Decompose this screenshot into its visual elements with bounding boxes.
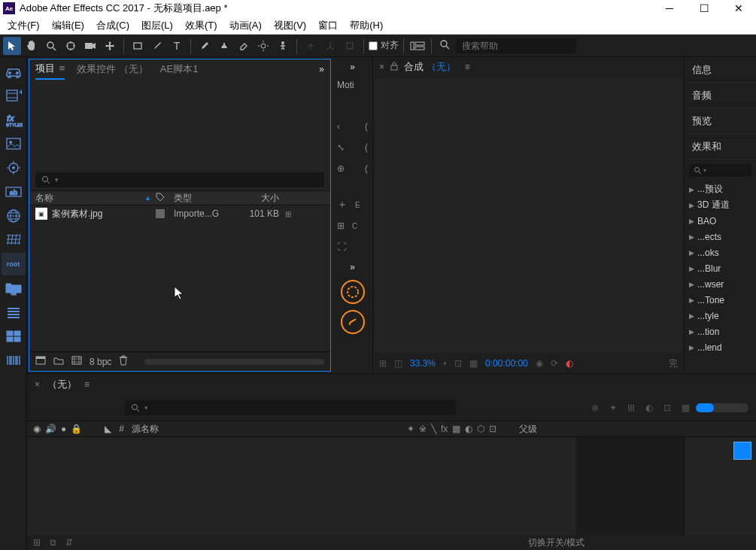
switch-icon-2[interactable]: ※ [419, 424, 427, 434]
rectangle-tool[interactable] [129, 37, 147, 55]
tab-project[interactable]: 项目 ≡ [35, 59, 65, 80]
solo-column-icon[interactable]: ● [61, 424, 66, 434]
eraser-tool[interactable] [235, 37, 253, 55]
parent-column[interactable]: 父级 [519, 423, 537, 436]
tl-btn-5[interactable]: ⊡ [663, 403, 671, 413]
tab-effect-controls[interactable]: 效果控件 （无） [77, 59, 148, 79]
switch-icon-5[interactable]: ▦ [452, 424, 460, 434]
label-column-icon[interactable]: ◣ [105, 424, 111, 434]
timeline-layer-area[interactable] [27, 437, 576, 535]
picture-icon[interactable] [2, 132, 26, 155]
timeline-tile-icon[interactable] [733, 442, 751, 460]
comp-viewer[interactable] [375, 78, 682, 352]
effect-category[interactable]: ▶...Tone [685, 292, 756, 308]
menu-file[interactable]: 文件(F) [2, 17, 46, 35]
help-search-input[interactable] [456, 38, 576, 53]
menu-window[interactable]: 窗口 [312, 17, 344, 35]
color-wheel-icon[interactable] [341, 280, 365, 304]
tl-footer-icon3[interactable]: ⇵ [65, 537, 73, 548]
maximize-button[interactable]: ☐ [687, 0, 721, 17]
workspace-switcher-icon[interactable] [408, 37, 427, 55]
speaker-column-icon[interactable]: 🔊 [45, 424, 56, 434]
label-color-box[interactable] [156, 209, 165, 218]
globe-icon[interactable] [2, 205, 26, 227]
pen-tool[interactable] [148, 37, 166, 55]
switch-icon-7[interactable]: ⬡ [477, 424, 484, 434]
fx-styles-icon[interactable]: fxSTYLES [2, 108, 26, 131]
col-size[interactable]: 大小 [234, 192, 279, 205]
new-folder-icon[interactable] [53, 356, 64, 367]
view-axis-icon[interactable] [341, 37, 359, 55]
tl-footer-icon1[interactable]: ⊞ [33, 537, 41, 548]
menu-help[interactable]: 帮助(H) [344, 17, 389, 35]
comp-close-icon[interactable]: × [379, 62, 384, 72]
lock-icon[interactable] [390, 62, 398, 73]
puppet-tool[interactable] [274, 37, 292, 55]
switch-mode-button[interactable]: 切换开关/模式 [528, 536, 584, 549]
tl-btn-3[interactable]: ⊞ [627, 403, 635, 413]
flowchart-icon[interactable]: ⊞ [285, 210, 291, 218]
timeline-search[interactable]: ▾ [125, 400, 456, 415]
brush-tool[interactable] [196, 37, 214, 55]
lines-icon[interactable] [2, 301, 26, 324]
comp-footer-icon2[interactable]: ◫ [394, 358, 402, 369]
current-time[interactable]: 0:00:00:00 [485, 358, 528, 369]
menu-composition[interactable]: 合成(C) [90, 17, 135, 35]
snap-toggle[interactable]: 对齐 [369, 39, 399, 52]
car-preset-icon[interactable] [2, 60, 26, 83]
roto-brush-tool[interactable] [254, 37, 272, 55]
align-checkbox[interactable] [369, 41, 378, 50]
effect-category[interactable]: ▶...预设 [685, 181, 756, 197]
switch-icon-6[interactable]: ◐ [465, 424, 472, 434]
project-column-headers[interactable]: 名称▲ 类型 大小 [29, 190, 330, 205]
channel-icon[interactable]: ▦ [469, 358, 478, 369]
project-row[interactable]: ▣ 案例素材.jpg Importe...G 101 KB ⊞ [29, 205, 330, 222]
effect-category[interactable]: ▶...wser [685, 276, 756, 292]
panel-preview[interactable]: 预览 [685, 108, 756, 134]
timeline-menu-icon[interactable]: ≡ [84, 379, 90, 390]
mid-row-2[interactable]: ⤡( [332, 137, 372, 158]
effect-category[interactable]: ▶...ects [685, 229, 756, 245]
folder-all-icon[interactable]: all [2, 277, 26, 299]
col-name[interactable]: 名称 [35, 192, 53, 205]
minimize-button[interactable]: ─ [652, 0, 687, 17]
tabs-overflow-icon[interactable]: » [319, 64, 324, 74]
mid-row-1[interactable]: ‹( [332, 116, 372, 137]
source-name-column[interactable]: 源名称 [132, 423, 159, 436]
world-axis-icon[interactable] [321, 37, 339, 55]
pan-behind-tool[interactable] [101, 37, 119, 55]
panel-audio[interactable]: 音频 [685, 83, 756, 108]
motion-label[interactable]: Moti [332, 77, 372, 93]
camera-tool[interactable] [81, 37, 99, 55]
mid-overflow-icon[interactable]: » [332, 57, 372, 77]
switch-icon-3[interactable]: ╲ [431, 424, 436, 434]
tl-footer-icon2[interactable]: ⧉ [50, 537, 56, 548]
tl-btn-1[interactable]: ⊕ [591, 403, 599, 413]
eye-column-icon[interactable]: ◉ [33, 424, 41, 434]
col-type[interactable]: 类型 [174, 192, 234, 205]
mid-row-3[interactable]: ⊕( [332, 158, 372, 179]
expand-icon[interactable]: ⛶ [332, 236, 372, 257]
comp-footer-icon1[interactable]: ⊞ [379, 358, 387, 369]
selection-tool[interactable] [3, 37, 21, 55]
text-tool[interactable]: T [168, 37, 186, 55]
project-search[interactable]: ▾ [35, 172, 324, 187]
resolution-icon[interactable]: ⊡ [454, 358, 462, 369]
effect-category[interactable]: ▶3D 通道 [685, 197, 756, 213]
people-icon[interactable]: ⊞C [332, 215, 372, 236]
film-add-icon[interactable]: + [2, 84, 26, 107]
effect-category[interactable]: ▶...lend [685, 339, 756, 355]
new-comp-icon[interactable] [71, 356, 82, 367]
root-icon[interactable]: root [2, 253, 26, 275]
snapshot-icon[interactable]: ◉ [536, 358, 543, 369]
index-column[interactable]: # [119, 424, 124, 434]
region-icon[interactable]: ◐ [566, 358, 573, 369]
bpc-label[interactable]: 8 bpc [90, 357, 111, 367]
tab-ae-script[interactable]: AE脚本1 [160, 59, 199, 79]
clone-stamp-tool[interactable] [215, 37, 233, 55]
mid-overflow2-icon[interactable]: » [332, 257, 372, 277]
zoom-tool[interactable] [42, 37, 60, 55]
brush-round-icon[interactable] [341, 310, 365, 334]
panel-info[interactable]: 信息 [685, 57, 756, 83]
orbit-tool[interactable] [62, 37, 80, 55]
